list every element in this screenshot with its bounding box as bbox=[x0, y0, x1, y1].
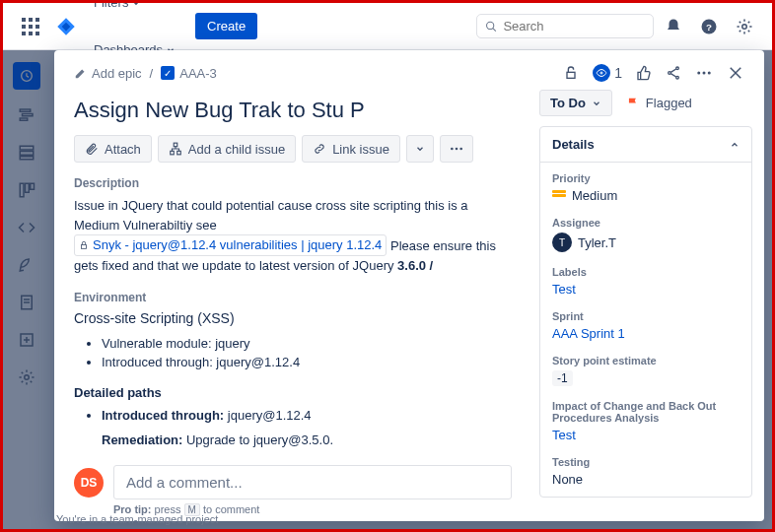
close-icon[interactable] bbox=[727, 64, 744, 82]
snyk-link[interactable]: Snyk - jquery@1.12.4 vulnerabilities | j… bbox=[93, 235, 382, 255]
chevron-up-icon bbox=[730, 140, 740, 150]
detailed-paths-heading: Detailed paths bbox=[74, 385, 512, 400]
svg-rect-43 bbox=[174, 143, 177, 147]
svg-line-36 bbox=[670, 69, 675, 72]
svg-rect-7 bbox=[29, 32, 33, 35]
svg-rect-0 bbox=[22, 18, 26, 22]
link-dropdown-button[interactable] bbox=[406, 135, 434, 163]
svg-point-34 bbox=[669, 72, 671, 75]
flagged-indicator[interactable]: Flagged bbox=[626, 96, 692, 110]
issue-key-link[interactable]: ✓ AAA-3 bbox=[161, 66, 217, 81]
chevron-down-icon bbox=[415, 144, 425, 154]
svg-point-35 bbox=[676, 76, 679, 79]
svg-point-47 bbox=[456, 148, 458, 151]
svg-line-37 bbox=[670, 74, 675, 77]
issue-title[interactable]: Assign New Bug Trak to Stu P bbox=[74, 98, 512, 123]
eye-icon bbox=[593, 64, 610, 82]
svg-point-38 bbox=[697, 72, 700, 75]
search-field[interactable] bbox=[503, 19, 645, 33]
svg-rect-44 bbox=[171, 151, 175, 155]
svg-point-32 bbox=[600, 72, 602, 74]
svg-rect-4 bbox=[29, 25, 33, 29]
app-switcher-icon[interactable] bbox=[15, 11, 46, 42]
svg-rect-6 bbox=[22, 32, 26, 35]
watch-count: 1 bbox=[614, 65, 622, 81]
svg-point-9 bbox=[487, 22, 494, 29]
svg-rect-3 bbox=[22, 25, 26, 29]
description-text[interactable]: Issue in JQuery that could potential cau… bbox=[74, 196, 512, 275]
status-dropdown[interactable]: To Do bbox=[539, 90, 612, 116]
watch-button[interactable]: 1 bbox=[593, 64, 622, 82]
svg-rect-31 bbox=[567, 72, 575, 78]
svg-point-48 bbox=[459, 148, 462, 151]
search-icon bbox=[485, 20, 497, 33]
svg-text:?: ? bbox=[706, 21, 712, 32]
more-actions-icon[interactable] bbox=[695, 64, 713, 82]
env-bullet: Vulnerable module: jquery bbox=[102, 336, 512, 351]
assignee-avatar: T bbox=[552, 233, 572, 252]
issue-modal: Add epic / ✓ AAA-3 1 Assign New Bug Trak… bbox=[54, 50, 764, 521]
labels-field[interactable]: LabelsTest bbox=[552, 266, 740, 297]
breadcrumb: Add epic / ✓ AAA-3 bbox=[74, 66, 217, 81]
path-item: Introduced through: jquery@1.12.4 Remedi… bbox=[102, 408, 512, 447]
flag-icon bbox=[626, 97, 640, 110]
link-icon bbox=[313, 142, 326, 156]
lock-icon[interactable] bbox=[563, 65, 579, 81]
description-label: Description bbox=[74, 176, 512, 190]
sprint-field[interactable]: SprintAAA Sprint 1 bbox=[552, 310, 740, 341]
pencil-icon bbox=[74, 66, 88, 80]
svg-rect-45 bbox=[177, 151, 181, 155]
testing-field[interactable]: TestingNone bbox=[552, 456, 740, 487]
nav-filters[interactable]: Filters bbox=[86, 0, 183, 27]
priority-field[interactable]: PriorityMedium bbox=[552, 172, 740, 203]
chevron-down-icon bbox=[592, 99, 601, 108]
footer-message: You're in a team-managed project bbox=[56, 513, 218, 525]
link-issue-button[interactable]: Link issue bbox=[302, 135, 400, 163]
svg-rect-2 bbox=[35, 18, 39, 22]
environment-title: Cross-site Scripting (XSS) bbox=[74, 310, 512, 326]
share-icon[interactable] bbox=[666, 65, 681, 81]
settings-icon[interactable] bbox=[729, 11, 760, 42]
svg-rect-49 bbox=[82, 244, 87, 248]
search-input[interactable] bbox=[476, 14, 654, 38]
dots-icon bbox=[449, 141, 464, 157]
svg-point-46 bbox=[451, 148, 454, 151]
svg-line-10 bbox=[493, 28, 496, 31]
assignee-field[interactable]: AssigneeTTyler.T bbox=[552, 217, 740, 252]
add-child-button[interactable]: Add a child issue bbox=[158, 135, 296, 163]
add-epic-button[interactable]: Add epic bbox=[74, 66, 142, 81]
story-points-field[interactable]: Story point estimate-1 bbox=[552, 355, 740, 386]
paperclip-icon bbox=[85, 142, 99, 156]
impact-field[interactable]: Impact of Change and Back Out Procedures… bbox=[552, 400, 740, 442]
comment-input[interactable]: Add a comment... bbox=[113, 465, 512, 499]
jira-logo-icon[interactable] bbox=[50, 11, 82, 42]
environment-label: Environment bbox=[74, 291, 512, 304]
svg-point-40 bbox=[708, 72, 711, 75]
details-toggle[interactable]: Details bbox=[540, 127, 751, 163]
issue-type-icon: ✓ bbox=[161, 66, 175, 80]
attach-button[interactable]: Attach bbox=[74, 135, 152, 163]
more-content-actions[interactable] bbox=[440, 135, 473, 163]
svg-point-33 bbox=[676, 67, 679, 70]
tree-icon bbox=[169, 142, 182, 156]
user-avatar: DS bbox=[74, 468, 104, 498]
env-bullet: Introduced through: jquery@1.12.4 bbox=[102, 355, 512, 369]
create-button[interactable]: Create bbox=[195, 13, 257, 39]
svg-rect-8 bbox=[35, 32, 39, 35]
svg-point-39 bbox=[703, 72, 706, 75]
lock-small-icon bbox=[79, 240, 89, 250]
help-icon[interactable]: ? bbox=[693, 11, 725, 42]
svg-rect-5 bbox=[35, 25, 39, 29]
vote-icon[interactable] bbox=[636, 65, 652, 81]
notifications-icon[interactable] bbox=[658, 11, 689, 42]
svg-rect-1 bbox=[29, 18, 33, 22]
svg-point-13 bbox=[742, 24, 747, 29]
priority-medium-icon bbox=[552, 194, 566, 197]
